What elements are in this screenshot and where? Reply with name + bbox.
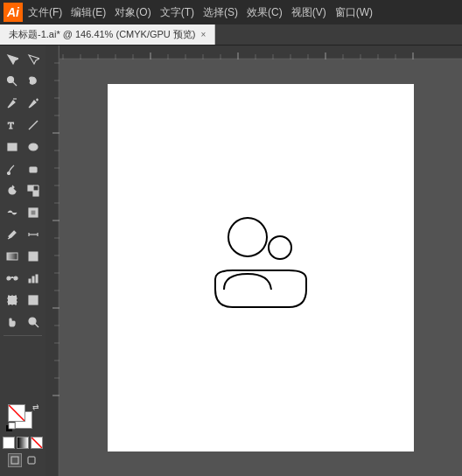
ellipse-tool[interactable]: [23, 136, 44, 158]
tool-row-12: [2, 290, 44, 311]
document-tab[interactable]: 未标题-1.ai* @ 146.41% (CMYK/GPU 预览) ×: [0, 24, 215, 45]
app-logo: Ai: [7, 5, 19, 19]
toolbar-separator: [4, 335, 42, 336]
app-logo-box: Ai: [4, 3, 23, 22]
view-mode-row: [8, 453, 38, 467]
paintbrush-tool[interactable]: [2, 158, 23, 179]
tool-row-1: [2, 49, 44, 70]
tab-title: 未标题-1.ai* @ 146.41% (CMYK/GPU 预览): [9, 28, 196, 41]
svg-rect-17: [31, 210, 36, 215]
svg-line-41: [32, 438, 42, 448]
svg-point-1: [8, 77, 14, 83]
select-tool[interactable]: [2, 49, 23, 70]
svg-point-9: [8, 172, 10, 175]
main-area: T: [0, 46, 462, 476]
svg-rect-40: [18, 438, 28, 448]
warp-tool[interactable]: [2, 202, 23, 223]
tool-row-7: [2, 180, 44, 201]
rotate-tool[interactable]: [2, 180, 23, 201]
tool-row-5: [2, 136, 44, 158]
tool-row-3: [2, 93, 44, 114]
svg-line-36: [35, 324, 38, 327]
tab-filename: 未标题-1.ai*: [9, 29, 60, 39]
fill-mode-row: [3, 437, 43, 449]
artwork: [191, 211, 331, 325]
hand-tool[interactable]: [2, 312, 23, 332]
menu-select[interactable]: 选择(S): [203, 5, 238, 20]
svg-rect-42: [11, 457, 18, 464]
svg-rect-39: [9, 423, 15, 429]
svg-point-87: [228, 218, 267, 256]
svg-rect-31: [8, 296, 17, 304]
menu-window[interactable]: 窗口(W): [335, 5, 373, 20]
tab-colormode: (CMYK/GPU 预览): [116, 29, 195, 39]
rectangle-tool[interactable]: [2, 136, 23, 158]
scale-tool[interactable]: [23, 180, 44, 201]
tool-row-11: [2, 268, 44, 289]
free-transform-tool[interactable]: [23, 202, 44, 223]
gradient-fill-mode[interactable]: [17, 437, 29, 449]
tool-row-6: [2, 158, 44, 179]
svg-line-18: [8, 238, 10, 239]
svg-rect-22: [7, 253, 18, 260]
none-fill-mode[interactable]: [31, 437, 43, 449]
tool-row-4: T: [2, 115, 44, 136]
measure-tool[interactable]: [23, 224, 44, 245]
ruler-vertical: [46, 46, 60, 476]
normal-screen-icon[interactable]: [8, 453, 22, 467]
eraser-tool[interactable]: [23, 158, 44, 179]
pen-tool[interactable]: [2, 93, 23, 114]
direct-select-tool[interactable]: [23, 49, 44, 70]
svg-point-27: [14, 276, 18, 280]
svg-line-6: [29, 121, 38, 130]
svg-line-37: [9, 405, 25, 422]
solid-fill-mode[interactable]: [3, 437, 15, 449]
color-section: ⇄: [3, 402, 43, 472]
line-tool[interactable]: [23, 115, 44, 136]
column-graph-tool[interactable]: [23, 268, 44, 289]
menu-view[interactable]: 视图(V): [291, 5, 326, 20]
reset-colors-icon[interactable]: [6, 422, 15, 434]
tab-bar: 未标题-1.ai* @ 146.41% (CMYK/GPU 预览) ×: [0, 24, 462, 46]
toolbar: T: [0, 46, 46, 476]
eyedropper-tool[interactable]: [2, 224, 23, 245]
svg-point-88: [269, 236, 291, 259]
zoom-tool[interactable]: [23, 312, 44, 332]
menu-file[interactable]: 文件(F): [28, 5, 62, 20]
type-tool[interactable]: T: [2, 115, 23, 136]
svg-point-26: [7, 276, 10, 280]
fill-stroke-area: ⇄: [6, 402, 39, 434]
lasso-tool[interactable]: [23, 71, 44, 92]
menu-effect[interactable]: 效果(C): [247, 5, 283, 20]
svg-rect-43: [28, 457, 35, 464]
magic-wand-tool[interactable]: [2, 71, 23, 92]
svg-text:T: T: [8, 120, 14, 130]
fullscreen-icon[interactable]: [24, 453, 38, 467]
fill-swatch[interactable]: [8, 404, 25, 422]
svg-rect-7: [8, 144, 17, 150]
ruler-horizontal: [46, 46, 462, 60]
svg-point-35: [29, 318, 36, 325]
mesh-tool[interactable]: [23, 246, 44, 267]
tool-row-10: [2, 246, 44, 267]
svg-rect-29: [32, 276, 34, 283]
menu-type[interactable]: 文字(T): [160, 5, 194, 20]
tab-close-button[interactable]: ×: [201, 31, 206, 39]
blend-tool[interactable]: [2, 268, 23, 289]
svg-rect-28: [29, 279, 31, 283]
artboard-tool[interactable]: [2, 290, 23, 311]
menu-bar: Ai 文件(F) 编辑(E) 对象(O) 文字(T) 选择(S) 效果(C) 视…: [0, 0, 462, 24]
menu-edit[interactable]: 编辑(E): [71, 5, 106, 20]
svg-point-8: [29, 144, 38, 150]
slice-tool[interactable]: [23, 290, 44, 311]
add-anchor-tool[interactable]: [23, 93, 44, 114]
svg-rect-12: [28, 186, 33, 191]
svg-rect-30: [36, 275, 38, 283]
menu-object[interactable]: 对象(O): [115, 5, 150, 20]
tool-row-13: [2, 312, 44, 332]
tool-row-2: [2, 71, 44, 92]
gradient-tool[interactable]: [2, 246, 23, 267]
swap-colors-icon[interactable]: ⇄: [32, 402, 39, 411]
svg-rect-13: [33, 191, 38, 196]
artwork-svg: [191, 211, 331, 325]
